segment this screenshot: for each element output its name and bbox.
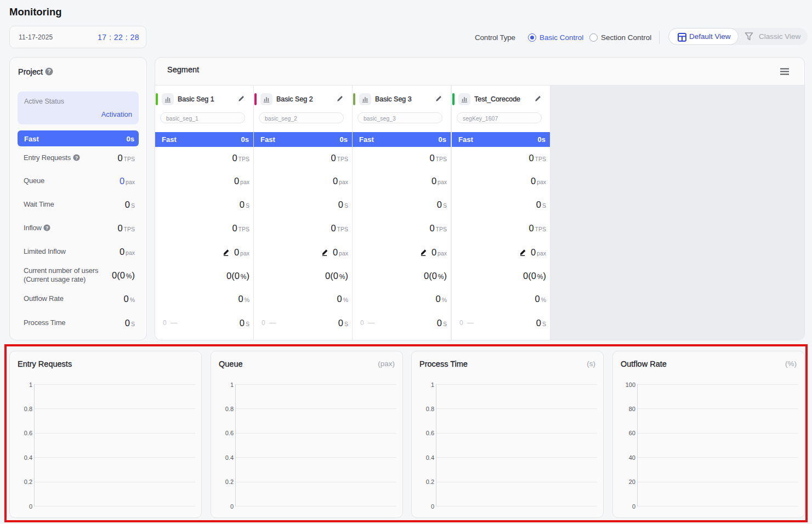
svg-text:?: ? [75,155,77,161]
svg-text:?: ? [48,69,51,75]
svg-text:?: ? [46,225,48,231]
